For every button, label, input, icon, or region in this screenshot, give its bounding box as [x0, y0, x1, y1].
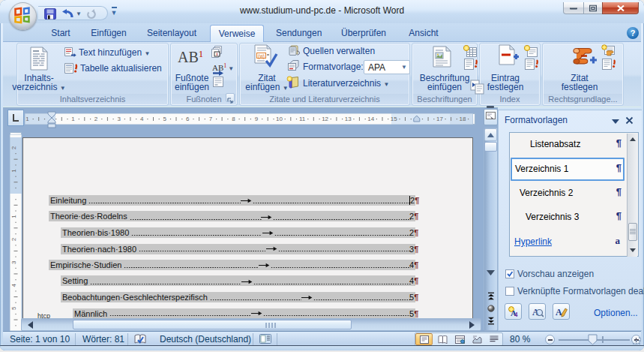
svg-text:(w): (w): [258, 53, 265, 59]
svg-text:4: 4: [514, 311, 518, 317]
